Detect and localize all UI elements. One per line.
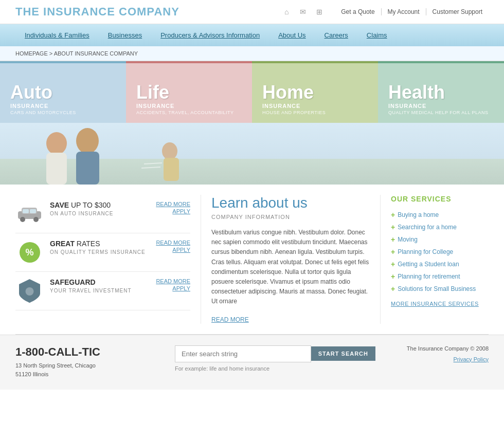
search-button[interactable]: START SEARCH bbox=[311, 346, 375, 361]
auto-desc: CARS AND MOTORCYCLES bbox=[10, 110, 116, 115]
service-label: Solutions for Small Business bbox=[398, 285, 476, 292]
shield-icon bbox=[18, 278, 41, 304]
service-label: Moving bbox=[398, 236, 418, 243]
promo-rates-sub: ON QUALITY TERMS INSURANCE bbox=[50, 249, 150, 255]
footer-phone: 1-800-CALL-TIC bbox=[15, 345, 159, 359]
promo-auto-sub: ON AUTO INSURANCE bbox=[50, 211, 150, 216]
service-label: Searching for a home bbox=[398, 224, 457, 231]
promo-safeguard-links: READ MORE APPLY bbox=[156, 278, 190, 291]
promo-auto-text: SAVE UP TO $300 ON AUTO INSURANCE bbox=[50, 201, 150, 216]
footer-copyright: The Insurance Company © 2008 bbox=[391, 345, 489, 352]
promo-rates-rest: RATES bbox=[75, 240, 100, 248]
promo-rates-headline: GREAT RATES bbox=[50, 240, 150, 248]
more-services-link[interactable]: MORE INSURANCE SERVICES bbox=[391, 301, 489, 307]
search-input[interactable] bbox=[175, 345, 311, 362]
promo-rates-read-more[interactable]: READ MORE bbox=[156, 240, 190, 246]
svg-rect-1 bbox=[0, 159, 504, 185]
footer-search: START SEARCH For example: life and home … bbox=[159, 345, 391, 372]
learn-body: Vestibulum varius congue nibh. Vestibulu… bbox=[211, 228, 370, 307]
service-moving[interactable]: + Moving bbox=[391, 235, 489, 244]
promo-auto-read-more[interactable]: READ MORE bbox=[156, 201, 190, 207]
promo-rates-icon: % bbox=[15, 240, 44, 265]
promo-rates: % GREAT RATES ON QUALITY TERMS INSURANCE… bbox=[15, 233, 190, 272]
read-more-link[interactable]: READ MORE bbox=[211, 316, 249, 323]
top-links: Get a Quote My Account Customer Support bbox=[335, 8, 489, 15]
footer: 1-800-CALL-TIC 13 North Spring Street, C… bbox=[0, 335, 504, 390]
top-icons: ⌂ ✉ ⊞ bbox=[281, 7, 325, 17]
service-label: Getting a Student loan bbox=[398, 261, 459, 268]
service-plus-icon: + bbox=[391, 235, 395, 244]
nav-item-individuals[interactable]: Individuals & Families bbox=[15, 24, 99, 46]
service-plus-icon: + bbox=[391, 260, 395, 268]
breadcrumb: HOMEPAGE > ABOUT INSURANCE COMPANY bbox=[0, 46, 504, 61]
customer-support-link[interactable]: Customer Support bbox=[426, 8, 489, 15]
home-subtitle: INSURANCE bbox=[262, 103, 368, 109]
footer-privacy-link[interactable]: Privacy Policy bbox=[454, 356, 489, 362]
home-icon[interactable]: ⌂ bbox=[281, 7, 292, 17]
main-content: SAVE UP TO $300 ON AUTO INSURANCE READ M… bbox=[0, 185, 504, 334]
promo-safeguard-icon bbox=[15, 278, 44, 304]
promo-rates-bold: GREAT bbox=[50, 240, 75, 248]
learn-title: Learn about us bbox=[211, 195, 370, 211]
auto-subtitle: INSURANCE bbox=[10, 103, 116, 109]
promo-safeguard-apply[interactable]: APPLY bbox=[156, 285, 190, 291]
health-title: Health bbox=[388, 83, 494, 102]
insurance-categories: Auto INSURANCE CARS AND MOTORCYCLES Life… bbox=[0, 61, 504, 123]
svg-rect-7 bbox=[164, 158, 179, 181]
promo-rates-links: READ MORE APPLY bbox=[156, 240, 190, 253]
left-promos: SAVE UP TO $300 ON AUTO INSURANCE READ M… bbox=[15, 195, 190, 324]
svg-point-6 bbox=[162, 142, 177, 160]
sitemap-icon[interactable]: ⊞ bbox=[314, 7, 325, 17]
nav-item-producers[interactable]: Producers & Advisors Information bbox=[151, 24, 269, 46]
promo-safeguard-text: SAFEGUARD YOUR TRAVEL INVESTMENT bbox=[50, 278, 150, 293]
our-services-title: OUR SERVICES bbox=[391, 195, 489, 203]
nav-item-businesses[interactable]: Businesses bbox=[99, 24, 151, 46]
nav-links: Individuals & Families Businesses Produc… bbox=[15, 24, 489, 46]
service-student-loan[interactable]: + Getting a Student loan bbox=[391, 260, 489, 268]
promo-safeguard-sub: YOUR TRAVEL INVESTMENT bbox=[50, 288, 150, 293]
footer-copy: The Insurance Company © 2008 Privacy Pol… bbox=[391, 345, 489, 363]
service-searching-home[interactable]: + Searching for a home bbox=[391, 223, 489, 231]
promo-auto-icon bbox=[15, 201, 44, 227]
nav-item-about[interactable]: About Us bbox=[269, 24, 315, 46]
nav-bar: Individuals & Families Businesses Produc… bbox=[0, 24, 504, 46]
auto-title: Auto bbox=[10, 83, 116, 102]
svg-point-13 bbox=[33, 217, 39, 222]
life-desc: ACCIDENTS, TRAVEL, ACCOUNTABILITY bbox=[136, 110, 242, 115]
svg-rect-15 bbox=[30, 209, 36, 213]
get-quote-link[interactable]: Get a Quote bbox=[335, 8, 381, 15]
mail-icon[interactable]: ✉ bbox=[298, 7, 308, 17]
promo-safeguard-read-more[interactable]: READ MORE bbox=[156, 278, 190, 284]
logo: THE INSURANCE COMPANY bbox=[15, 5, 179, 19]
promo-auto-bold: SAVE bbox=[50, 201, 69, 209]
service-planning-college[interactable]: + Planning for College bbox=[391, 248, 489, 256]
service-small-business[interactable]: + Solutions for Small Business bbox=[391, 285, 489, 293]
svg-rect-5 bbox=[76, 152, 99, 185]
svg-point-4 bbox=[76, 128, 99, 154]
promo-auto-apply[interactable]: APPLY bbox=[156, 208, 190, 214]
health-subtitle: INSURANCE bbox=[388, 103, 494, 109]
auto-category[interactable]: Auto INSURANCE CARS AND MOTORCYCLES bbox=[0, 61, 126, 123]
home-title: Home bbox=[262, 83, 368, 102]
breadcrumb-text: HOMEPAGE > ABOUT INSURANCE COMPANY bbox=[15, 50, 138, 57]
right-services: OUR SERVICES + Buying a home + Searching… bbox=[391, 195, 489, 324]
promo-auto: SAVE UP TO $300 ON AUTO INSURANCE READ M… bbox=[15, 195, 190, 233]
home-category[interactable]: Home INSURANCE HOUSE AND PROPERTIES bbox=[252, 61, 378, 123]
search-box: START SEARCH bbox=[175, 345, 375, 362]
promo-rates-apply[interactable]: APPLY bbox=[156, 247, 190, 253]
nav-item-careers[interactable]: Careers bbox=[315, 24, 357, 46]
service-plus-icon: + bbox=[391, 211, 395, 219]
search-example: For example: life and home insurance bbox=[175, 365, 375, 372]
nav-item-claims[interactable]: Claims bbox=[357, 24, 397, 46]
life-category[interactable]: Life INSURANCE ACCIDENTS, TRAVEL, ACCOUN… bbox=[126, 61, 252, 123]
service-plus-icon: + bbox=[391, 272, 395, 281]
service-buying-home[interactable]: + Buying a home bbox=[391, 211, 489, 219]
service-plus-icon: + bbox=[391, 223, 395, 231]
svg-rect-14 bbox=[23, 209, 29, 213]
my-account-link[interactable]: My Account bbox=[382, 8, 426, 15]
svg-rect-3 bbox=[46, 153, 67, 185]
footer-contact: 1-800-CALL-TIC 13 North Spring Street, C… bbox=[15, 345, 159, 379]
health-category[interactable]: Health INSURANCE QUALITY MEDICAL HELP FO… bbox=[378, 61, 504, 123]
service-planning-retirement[interactable]: + Planning for retirement bbox=[391, 272, 489, 281]
service-label: Planning for College bbox=[398, 248, 453, 255]
